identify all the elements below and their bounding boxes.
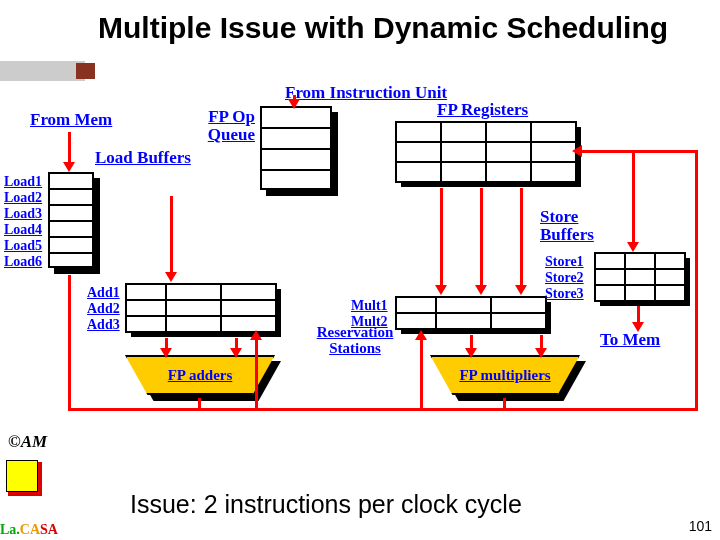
fp-registers-label: FP Registers (437, 100, 528, 120)
load-buffer-labels: Load1 Load2 Load3 Load4 Load5 Load6 (4, 174, 42, 270)
slide-title: Multiple Issue with Dynamic Scheduling (98, 11, 668, 46)
brand-name: La.CASA (0, 522, 58, 538)
add2-label: Add2 (87, 301, 120, 317)
store1-label: Store1 (545, 254, 584, 270)
mult1-label: Mult1 (351, 298, 388, 314)
add1-label: Add1 (87, 285, 120, 301)
copyright: ©AM (8, 432, 47, 452)
mult-rs-labels: Mult1 Mult2 (351, 298, 388, 330)
from-instruction-unit-label: From Instruction Unit (285, 83, 447, 103)
fp-multipliers-unit: FP multipliers (430, 355, 580, 395)
fp-adders-label: FP adders (125, 355, 275, 395)
add3-label: Add3 (87, 317, 120, 333)
fp-adders-unit: FP adders (125, 355, 275, 395)
brand-logo (6, 460, 42, 496)
load4-label: Load4 (4, 222, 42, 238)
load5-label: Load5 (4, 238, 42, 254)
title-accent (0, 61, 85, 81)
store3-label: Store3 (545, 286, 584, 302)
load1-label: Load1 (4, 174, 42, 190)
from-mem-label: From Mem (30, 110, 112, 130)
load6-label: Load6 (4, 254, 42, 270)
store-buffer-labels: Store1 Store2 Store3 (545, 254, 584, 302)
load2-label: Load2 (4, 190, 42, 206)
slide-number: 101 (689, 518, 712, 534)
store2-label: Store2 (545, 270, 584, 286)
footer-text: Issue: 2 instructions per clock cycle (130, 490, 522, 519)
mult2-label: Mult2 (351, 314, 388, 330)
add-rs-labels: Add1 Add2 Add3 (87, 285, 120, 333)
fp-op-queue-label: FP Op Queue (200, 108, 255, 144)
to-mem-label: To Mem (600, 330, 660, 350)
load-buffers-label: Load Buffers (95, 148, 191, 168)
load3-label: Load3 (4, 206, 42, 222)
fp-multipliers-label: FP multipliers (430, 355, 580, 395)
title-bar: Multiple Issue with Dynamic Scheduling (0, 5, 720, 75)
store-buffers-label: Store Buffers (540, 208, 594, 244)
